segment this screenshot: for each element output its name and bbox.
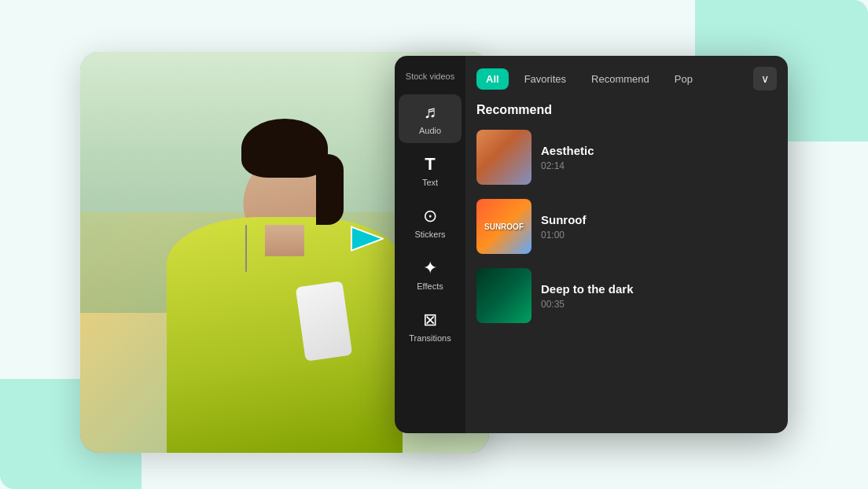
sidebar-item-effects[interactable]: ✦ Effects: [399, 250, 462, 299]
sticker-icon: ⊙: [423, 206, 437, 226]
sidebar: Stock videos ♬ Audio T Text ⊙ Stickers ✦…: [395, 56, 465, 433]
music-thumb-sunroof: SUNROOF: [476, 199, 531, 254]
sidebar-item-text[interactable]: T Text: [399, 146, 462, 195]
panel-overlay: Stock videos ♬ Audio T Text ⊙ Stickers ✦…: [395, 56, 788, 433]
sidebar-audio-label: Audio: [419, 126, 441, 135]
tab-pop[interactable]: Pop: [665, 68, 702, 90]
thumb-sunroof-bg: SUNROOF: [476, 199, 531, 254]
sidebar-text-label: Text: [422, 178, 438, 187]
tab-favorites[interactable]: Favorites: [515, 68, 576, 90]
sidebar-item-audio[interactable]: ♬ Audio: [399, 94, 462, 143]
music-info-deep-dark: Deep to the dark 00:35: [541, 282, 777, 310]
sidebar-stickers-label: Stickers: [414, 230, 445, 239]
music-duration-deep-dark: 00:35: [541, 299, 777, 310]
person-hair: [241, 119, 328, 178]
sidebar-transitions-label: Transitions: [409, 333, 451, 343]
sidebar-effects-label: Effects: [417, 281, 443, 291]
tab-recommend[interactable]: Recommend: [582, 68, 659, 90]
effects-icon: ✦: [423, 258, 437, 278]
music-item-sunroof[interactable]: SUNROOF Sunroof 01:00: [476, 194, 777, 259]
cursor-container: [348, 219, 387, 262]
music-info-aesthetic: Aesthetic 02:14: [541, 144, 777, 171]
music-info-sunroof: Sunroof 01:00: [541, 213, 777, 241]
music-title-aesthetic: Aesthetic: [541, 144, 777, 157]
thumb-dark-bg: [476, 268, 531, 323]
chevron-down-icon: ∨: [761, 72, 769, 85]
music-title-sunroof: Sunroof: [541, 213, 777, 226]
music-thumb-aesthetic: [476, 130, 531, 185]
audio-icon: ♬: [424, 102, 437, 123]
person-neck: [265, 225, 304, 256]
sidebar-item-stickers[interactable]: ⊙ Stickers: [399, 198, 462, 247]
music-duration-sunroof: 01:00: [541, 230, 777, 241]
music-thumb-deep-dark: [476, 268, 531, 323]
thumb-aesthetic-bg: [476, 130, 531, 185]
music-list: Aesthetic 02:14 SUNROOF Sunroof 01:00: [465, 125, 788, 433]
stock-videos-label: Stock videos: [399, 68, 462, 91]
main-container: Stock videos ♬ Audio T Text ⊙ Stickers ✦…: [0, 0, 868, 489]
music-title-deep-dark: Deep to the dark: [541, 282, 777, 296]
tabs-bar: All Favorites Recommend Pop ∨: [465, 56, 788, 90]
text-icon: T: [425, 154, 435, 175]
cursor-arrow-icon: [348, 219, 387, 259]
transitions-icon: ⊠: [423, 310, 437, 330]
music-duration-aesthetic: 02:14: [541, 160, 777, 171]
music-item-deep-dark[interactable]: Deep to the dark 00:35: [476, 263, 777, 328]
tab-all[interactable]: All: [476, 68, 509, 90]
music-item-aesthetic[interactable]: Aesthetic 02:14: [476, 125, 777, 189]
sidebar-item-transitions[interactable]: ⊠ Transitions: [399, 302, 462, 351]
thumb-sunroof-text: SUNROOF: [484, 222, 524, 231]
tabs-expand-button[interactable]: ∨: [753, 67, 777, 90]
earphone-cord: [245, 225, 247, 272]
svg-marker-0: [351, 227, 383, 251]
recommend-section-title: Recommend: [465, 90, 788, 125]
main-content: All Favorites Recommend Pop ∨ Recommend …: [465, 56, 788, 433]
